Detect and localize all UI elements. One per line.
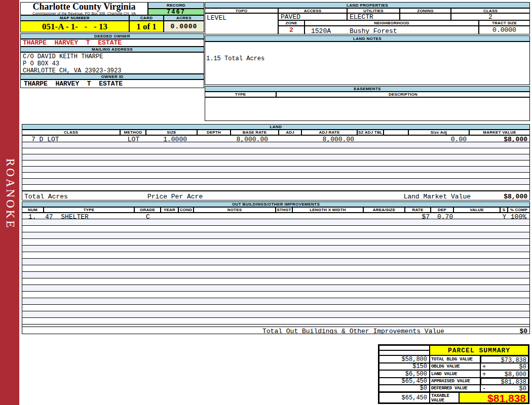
ps-prior-appraised: $65,450 (379, 378, 430, 385)
ps-sign: - (482, 385, 486, 392)
ob-col-s: S (500, 207, 508, 213)
land-row-class: 7 D LOT (31, 136, 59, 142)
ob-row-grade: C (135, 213, 161, 219)
land-notes-box: 1.15 Total Acres (205, 42, 530, 85)
ps-prior-taxable: $65,450 (379, 392, 430, 403)
ob-col-num: NUM (22, 207, 44, 213)
address-line: C/O DAVID KEITH THARPE (23, 53, 204, 60)
ob-col-value: VALUE (453, 207, 500, 213)
tract-size-label: TRACT SIZE (479, 20, 530, 26)
ob-col-area-size: AREA/SIZE (363, 207, 405, 213)
ob-total-row: Total Out Buildings & Other Improvements… (22, 327, 530, 334)
class-value: 2 (451, 13, 530, 20)
ob-col-pct-comp: % COMP (508, 207, 530, 213)
ob-col-grade: GRADE (134, 207, 161, 213)
ob-row-dep: 0.70 (437, 213, 453, 219)
acres-value: 0.0000 (164, 21, 204, 32)
deeded-owner-label: DEEDED OWNER (20, 33, 204, 39)
land-col-base-rate: BASE RATE (231, 130, 279, 135)
ps-value-taxable-cell: $81,838 (459, 392, 528, 403)
land-title: LAND (22, 124, 530, 130)
ps-prior-obldg: $150 (379, 363, 430, 370)
easement-description-label: DESCRIPTION (276, 92, 530, 97)
county-header-box: Charlotte County Virginia Commissioner o… (20, 2, 148, 15)
address-line: CHARLOTTE CH, VA 23923-3923 (23, 67, 204, 74)
deeded-owner-value: THARPE HARVEY T ESTATE (20, 39, 204, 47)
map-number-label: MAP NUMBER (20, 15, 129, 21)
ps-blank-cell (379, 350, 430, 355)
land-col-size: SIZE (146, 130, 197, 135)
land-row-adj-rate: 8,000.00 (323, 136, 354, 142)
ps-blank-cell (379, 345, 430, 350)
class-label: CLASS (451, 8, 530, 13)
land-col-adj-rate: ADJ RATE (301, 130, 357, 135)
ps-label-appraised: APPRAISED VALUE (430, 378, 480, 385)
ps-value-appraised: $81,838 (501, 379, 526, 385)
land-data-row: 7 D LOT LOT 1.0000 8,000.00 8,000.00 0.0… (22, 135, 530, 142)
ps-sign: + (482, 363, 486, 370)
tract-size-value: 0.0000 (479, 26, 530, 34)
zoning-value (400, 13, 451, 20)
land-col-class: CLASS (22, 130, 120, 135)
access-label: ACCESS (278, 8, 347, 13)
ps-label-land: LAND VALUE (430, 370, 480, 378)
neighborhood-code: 1520A (311, 27, 331, 34)
county-title: Charlotte County Virginia (21, 2, 147, 12)
land-col-size-adj: Size Adj (408, 130, 469, 135)
land-col-sz-adj-tbl: SZ ADJ TBL (357, 130, 384, 135)
ob-total-value: $0 (519, 328, 527, 334)
ob-col-type: TYPE (44, 207, 134, 213)
ps-label-taxable: TAXABLE VALUE (430, 392, 459, 403)
mailing-address-label: MAILING ADDRESS (20, 47, 204, 52)
land-row-size-adj: 0.00 (451, 136, 467, 142)
record-label: RECORD (148, 2, 204, 9)
topo-value: LEVEL (205, 13, 278, 34)
land-col-blank (384, 130, 408, 135)
ob-empty-rows (22, 219, 530, 327)
ps-value-total-bldg-cell: $73,838 (480, 355, 528, 363)
ob-total-label: Total Out Buildings & Other Improvements… (262, 328, 444, 334)
ob-row-s: Y (501, 213, 508, 219)
ps-value-taxable: $81,838 (487, 392, 526, 403)
owner-id-value: THARPE HARVEY T ESTATE (20, 79, 204, 88)
zone-value: 2 (278, 26, 305, 34)
ob-col-rate: RATE (405, 207, 431, 213)
land-totals-row: Total Acres Price Per Acre Land Market V… (22, 191, 530, 200)
land-row-market-value: $8,000 (504, 136, 527, 142)
ob-col-length-width: LENGTH X WIDTH (292, 207, 363, 213)
ob-row-rate: $7 (422, 213, 430, 219)
easement-type-label: TYPE (205, 92, 276, 97)
land-empty-rows (22, 142, 530, 191)
ps-value-obldg-cell: + $0 (480, 363, 528, 370)
owner-id-label: OWNER ID (20, 74, 204, 79)
land-col-depth: DEPTH (197, 130, 231, 135)
ob-data-row: 1. 47 SHELTER C $7 0.70 Y 100% (22, 213, 530, 219)
out-buildings-title: OUT BUILDINGS/OTHER IMPROVEMENTS (22, 201, 530, 207)
ps-value-appraised-cell: $81,838 (480, 378, 528, 385)
land-properties-title: LAND PROPERTIES (205, 2, 530, 8)
ps-value-obldg: $0 (519, 363, 526, 370)
ob-col-year: YEAR (161, 207, 178, 213)
ob-col-sthgt: STHGT (276, 207, 292, 213)
utilities-label: UTILITIES (347, 8, 400, 13)
land-note-text: 1.15 Total Acres (206, 55, 264, 62)
mailing-address-box: C/O DAVID KEITH THARPE P O BOX 43 CHARLO… (20, 52, 204, 74)
access-value: PAVED (278, 13, 347, 20)
land-notes-title: LAND NOTES (205, 35, 530, 42)
ob-col-notes: NOTES (194, 207, 276, 213)
property-record-card: ROANOKE Charlotte County Virginia Commis… (0, 0, 532, 405)
acres-label: ACRES (164, 15, 204, 21)
locality-vertical-label: ROANOKE (2, 141, 18, 247)
zone-label: ZONE (278, 20, 305, 26)
ps-prior-deferred: $0 (379, 385, 430, 392)
easements-title: EASEMENTS (205, 86, 530, 92)
commissioner-line: Commissioner of the Revenue, PO Box 308,… (21, 12, 147, 15)
ps-sign: + (482, 371, 486, 378)
card-value: 1 of 1 (129, 21, 164, 32)
total-acres-label: Total Acres (24, 193, 68, 200)
card-label: CARD (129, 15, 164, 21)
parcel-summary-title: PARCEL SUMMARY (430, 345, 528, 355)
land-market-value-label: Land Market Value (403, 193, 471, 200)
locality-sidebar: ROANOKE (0, 0, 19, 405)
address-line: P O BOX 43 (23, 60, 204, 67)
